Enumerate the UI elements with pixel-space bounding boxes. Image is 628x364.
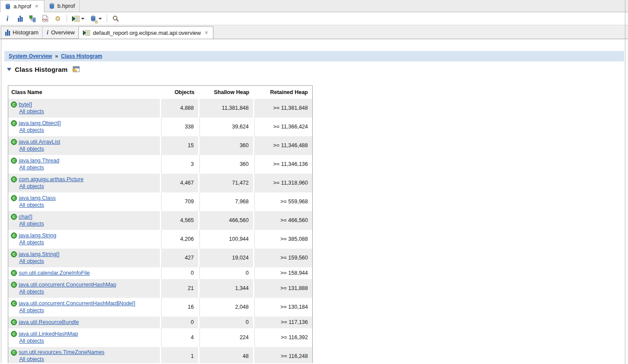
table-row: C byte[] All objects 4,888 11,381,848 >=… (8, 99, 313, 118)
overview-button[interactable]: i (3, 14, 11, 24)
class-cell: C java.util.ResourceBundle (8, 317, 161, 328)
tab-default-report[interactable]: default_report org.eclipse.mat.api:overv… (78, 26, 213, 39)
shallow-heap-cell: 360 (199, 155, 254, 174)
all-objects-link[interactable]: All objects (19, 258, 44, 265)
class-icon: C (11, 350, 17, 356)
class-name-link[interactable]: java.lang.Class (19, 195, 56, 202)
mat-toolbar: i OQL ⚙ (0, 12, 628, 25)
class-cell: C java.lang.Class All objects (8, 192, 161, 211)
open-in-editor-icon[interactable] (71, 66, 80, 73)
class-name-link[interactable]: sun.util.resources.TimeZoneNames (19, 349, 105, 356)
search-button[interactable] (112, 14, 120, 24)
table-row: C java.lang.String[] All objects 427 19,… (8, 249, 313, 267)
run-expert-report-button[interactable] (72, 14, 80, 24)
column-header-shallow-heap[interactable]: Shallow Heap (199, 86, 254, 99)
shallow-heap-cell: 7,968 (199, 192, 254, 211)
histogram-button[interactable] (16, 14, 24, 24)
table-row: C sun.util.calendar.ZoneInfoFile 0 0 >= … (8, 267, 313, 279)
class-name-link[interactable]: java.lang.Thread (19, 158, 59, 164)
class-name-link[interactable]: java.util.LinkedHashMap (19, 331, 78, 337)
class-icon: C (11, 139, 17, 145)
class-name-link[interactable]: java.lang.Object[] (19, 120, 61, 127)
column-header-retained-heap[interactable]: Retained Heap (254, 86, 313, 99)
class-name-link[interactable]: byte[] (19, 101, 32, 108)
editor-tab-a-hprof[interactable]: a.hprof ✕ (0, 0, 44, 12)
info-icon: i (7, 15, 8, 23)
collapse-arrow-icon[interactable] (7, 68, 11, 71)
chevron-down-icon[interactable] (81, 18, 84, 20)
class-icon: C (11, 270, 17, 276)
table-row: C java.util.ResourceBundle 0 0 >= 117,13… (8, 317, 313, 328)
retained-heap-cell: >= 11,318,960 (254, 174, 313, 192)
all-objects-link[interactable]: All objects (19, 146, 44, 152)
tab-overview[interactable]: i Overview (42, 26, 78, 39)
breadcrumb-link-system-overview[interactable]: System Overview (9, 53, 52, 59)
table-row: C java.lang.String All objects 4,206 100… (8, 230, 313, 249)
gear-icon: ⚙ (55, 15, 61, 22)
editor-tab-b-hprof[interactable]: b.hprof (44, 0, 80, 12)
breadcrumb-link-class-histogram[interactable]: Class Histogram (61, 53, 102, 59)
all-objects-link[interactable]: All objects (19, 239, 44, 246)
chevron-down-icon[interactable] (98, 18, 102, 20)
retained-heap-cell: >= 159,560 (254, 249, 313, 267)
retained-heap-cell: >= 11,366,424 (254, 118, 313, 136)
table-row: C java.util.concurrent.ConcurrentHashMap… (8, 279, 313, 298)
class-cell: C char[] All objects (8, 211, 161, 230)
class-name-link[interactable]: java.util.concurrent.ConcurrentHashMap (19, 282, 116, 288)
all-objects-link[interactable]: All objects (19, 108, 44, 115)
class-name-link[interactable]: java.util.concurrent.ConcurrentHashMap$N… (19, 300, 135, 307)
objects-cell: 0 (161, 317, 199, 328)
oql-button[interactable]: OQL (41, 14, 49, 24)
histogram-icon (18, 16, 23, 22)
all-objects-link[interactable]: All objects (19, 221, 44, 227)
all-objects-link[interactable]: All objects (19, 202, 44, 209)
class-cell: C java.util.concurrent.ConcurrentHashMap… (8, 279, 161, 298)
all-objects-link[interactable]: All objects (19, 356, 44, 363)
objects-cell: 16 (161, 298, 199, 317)
retained-heap-cell: >= 131,888 (254, 279, 313, 298)
class-icon: C (11, 214, 17, 220)
class-name-link[interactable]: com.atguigu.arthas.Picture (19, 176, 84, 183)
column-header-class-name[interactable]: Class Name (8, 86, 161, 99)
shallow-heap-cell: 19,024 (199, 249, 254, 267)
table-row: C java.lang.Thread All objects 3 360 >= … (8, 155, 313, 174)
class-name-link[interactable]: sun.util.calendar.ZoneInfoFile (19, 270, 90, 276)
shallow-heap-cell: 360 (199, 136, 254, 155)
objects-cell: 21 (161, 279, 199, 298)
dominator-tree-button[interactable] (29, 14, 37, 24)
heap-dump-icon (49, 3, 55, 9)
retained-heap-cell: >= 11,346,136 (254, 155, 313, 174)
all-objects-link[interactable]: All objects (19, 165, 44, 171)
class-name-link[interactable]: java.util.ResourceBundle (19, 319, 79, 326)
retained-heap-cell: >= 116,248 (254, 347, 313, 364)
class-name-link[interactable]: char[] (19, 214, 32, 220)
info-icon: i (47, 29, 48, 36)
retained-heap-cell: >= 559,968 (254, 192, 313, 211)
class-icon: C (11, 331, 17, 337)
close-icon[interactable]: ✕ (203, 30, 209, 36)
all-objects-link[interactable]: All objects (19, 127, 44, 134)
customize-retained-set-button[interactable]: ⚙ (54, 14, 62, 24)
class-name-link[interactable]: java.lang.String (19, 233, 56, 239)
close-icon[interactable]: ✕ (34, 3, 39, 9)
view-tab-label: Histogram (13, 29, 38, 36)
class-icon: C (11, 195, 17, 201)
class-icon: C (11, 120, 17, 126)
retained-heap-cell: >= 385,088 (254, 230, 313, 249)
all-objects-link[interactable]: All objects (19, 338, 44, 344)
all-objects-link[interactable]: All objects (19, 289, 44, 295)
view-tab-label: default_report org.eclipse.mat.api:overv… (93, 30, 201, 36)
class-cell: C java.lang.String All objects (8, 230, 161, 249)
class-name-link[interactable]: java.lang.String[] (19, 251, 59, 258)
class-name-link[interactable]: java.util.ArrayList (19, 139, 60, 145)
tab-histogram[interactable]: Histogram (1, 26, 42, 39)
heap-dump-icon (5, 3, 11, 10)
editor-tab-label: a.hprof (14, 3, 31, 10)
objects-cell: 15 (161, 136, 199, 155)
gear-icon: ⚙ (95, 20, 98, 24)
heap-dump-settings-button[interactable]: ⚙ (89, 14, 97, 24)
column-header-objects[interactable]: Objects (161, 86, 199, 99)
all-objects-link[interactable]: All objects (19, 183, 44, 190)
all-objects-link[interactable]: All objects (19, 307, 44, 314)
breadcrumb: System Overview » Class Histogram (4, 51, 624, 61)
